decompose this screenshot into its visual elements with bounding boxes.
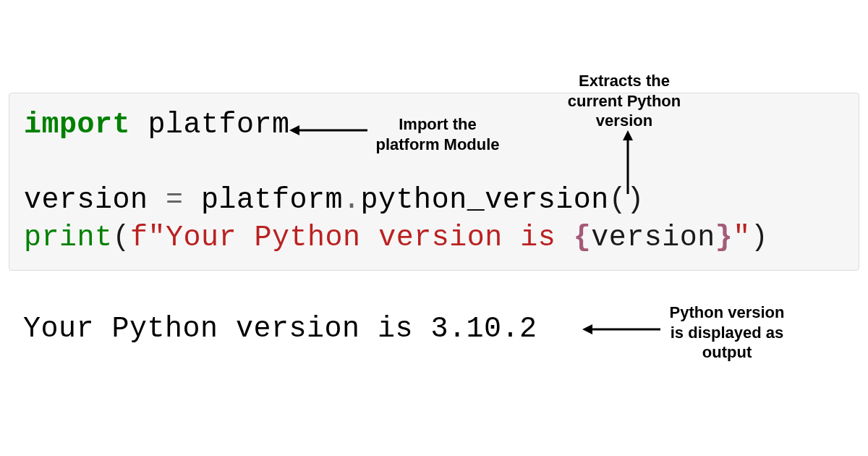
svg-marker-5	[582, 324, 592, 334]
code-line-3: print(f"Your Python version is {version}…	[24, 219, 844, 257]
arrow-left-icon	[582, 322, 662, 337]
print-builtin: print	[24, 221, 113, 254]
variable-name: version	[24, 184, 166, 216]
annotation-import: Import theplatform Module	[369, 114, 506, 154]
arrow-up-icon	[621, 130, 635, 195]
close-paren: )	[751, 221, 769, 254]
svg-marker-1	[289, 125, 299, 135]
code-line-2: version = platform.python_version()	[24, 182, 844, 219]
f-prefix: f	[130, 221, 148, 254]
function-name: python_version	[361, 184, 609, 216]
equals-operator: =	[166, 184, 184, 216]
string-quote-open: "	[148, 221, 166, 254]
fstring-variable: version	[591, 221, 715, 254]
annotation-extract: Extracts thecurrent Pythonversion	[556, 71, 693, 131]
string-text: Your Python version is	[166, 221, 574, 254]
open-paren: (	[113, 221, 131, 254]
dot-operator: .	[343, 184, 361, 216]
string-quote-close: "	[733, 221, 751, 254]
fstring-open-brace: {	[574, 221, 592, 254]
annotation-output: Python versionis displayed asoutput	[658, 303, 796, 363]
svg-marker-3	[623, 130, 633, 140]
fstring-close-brace: }	[715, 221, 733, 254]
module-ref: platform	[184, 184, 344, 216]
output-text: Your Python version is 3.10.2	[23, 313, 537, 345]
keyword-import: import	[24, 109, 130, 141]
module-name: platform	[130, 109, 290, 141]
arrow-left-icon	[289, 123, 369, 138]
